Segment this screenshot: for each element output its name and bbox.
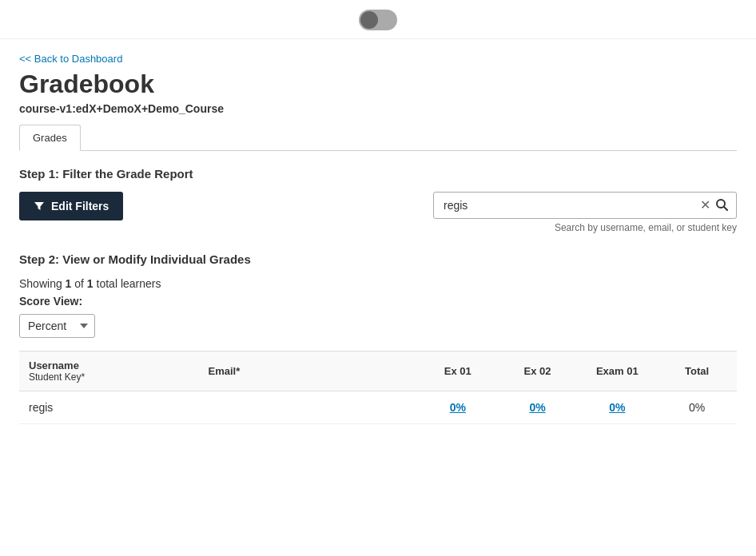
th-email: Email* [199,351,418,391]
exam01-grade-link[interactable]: 0% [609,401,625,414]
top-bar [0,0,756,39]
score-view-label: Score View: [19,295,737,308]
theme-toggle[interactable] [359,10,397,30]
search-input-row: ✕ [433,192,737,219]
filter-icon [34,201,45,212]
total-value: 0% [689,401,705,414]
showing-text: Showing 1 of 1 total learners [19,277,737,290]
cell-ex02: 0% [498,391,578,424]
svg-line-1 [724,207,727,210]
tabs-bar: Grades [19,125,737,151]
search-submit-button[interactable] [714,198,730,213]
toggle-knob [360,11,378,29]
th-total: Total [657,351,737,391]
edit-filters-button[interactable]: Edit Filters [19,192,123,220]
ex02-grade-link[interactable]: 0% [529,401,545,414]
th-ex02: Ex 02 [498,351,578,391]
cell-email [199,391,418,424]
table-header-row: Username Student Key* Email* Ex 01 Ex 02… [19,351,737,391]
main-content: << Back to Dashboard Gradebook course-v1… [0,39,756,424]
course-id: course-v1:edX+DemoX+Demo_Course [19,102,737,115]
search-input[interactable] [440,196,697,215]
th-ex01: Ex 01 [418,351,498,391]
tab-grades[interactable]: Grades [19,125,81,151]
cell-exam01: 0% [577,391,657,424]
cell-username: regis [19,391,199,424]
th-username: Username Student Key* [19,351,199,391]
th-exam01: Exam 01 [577,351,657,391]
back-to-dashboard-link[interactable]: << Back to Dashboard [19,53,122,65]
step2-section: Step 2: View or Modify Individual Grades… [19,252,737,338]
edit-filters-label: Edit Filters [51,200,109,212]
ex01-grade-link[interactable]: 0% [450,401,466,414]
toggle-switch[interactable] [359,10,397,30]
search-hint: Search by username, email, or student ke… [555,222,737,233]
search-clear-button[interactable]: ✕ [697,199,714,212]
step2-title: Step 2: View or Modify Individual Grades [19,252,737,266]
score-view-select[interactable]: Percent Absolute [19,314,95,338]
showing-total: 1 [87,277,94,290]
page-title: Gradebook [19,70,737,99]
grades-table: Username Student Key* Email* Ex 01 Ex 02… [19,351,737,424]
cell-total: 0% [657,391,737,424]
table-row: regis 0% 0% 0% 0% [19,391,737,424]
search-icon [715,198,728,211]
step1-title: Step 1: Filter the Grade Report [19,167,737,181]
search-container: ✕ Search by username, email, or student … [433,192,737,233]
cell-ex01: 0% [418,391,498,424]
filter-row: Edit Filters ✕ Search by username, email… [19,192,737,233]
